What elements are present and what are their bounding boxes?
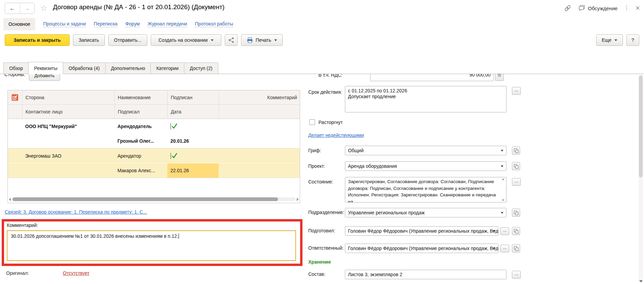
responsible-field[interactable]: Головин Фёдор Фёдорович (Управление реги… xyxy=(345,244,498,253)
col-header-date[interactable]: Дата xyxy=(167,105,219,119)
validity-field[interactable]: с 01.12.2025 по 01.12.2026 Допускает про… xyxy=(345,86,507,112)
combo-caret-icon[interactable] xyxy=(501,165,503,167)
vat-calc-button[interactable] xyxy=(495,74,504,81)
combo-caret-icon[interactable] xyxy=(501,150,503,152)
party-row-lessor[interactable]: ООО НПЦ "Меркурий" Арендодатель Грозный … xyxy=(8,119,300,148)
grif-open-button[interactable] xyxy=(512,146,520,155)
nav-item-forum[interactable]: Форум xyxy=(125,21,140,27)
save-button[interactable]: Записать xyxy=(73,34,105,46)
party-signer-cell[interactable]: Макаров Алекс... xyxy=(114,168,167,173)
share-button[interactable] xyxy=(225,34,238,46)
signed-checkbox[interactable] xyxy=(170,123,171,129)
nav-item-processes[interactable]: Процессы и задачи xyxy=(43,21,86,27)
col-header-name[interactable]: Наименование xyxy=(114,90,167,104)
prepared-field[interactable]: Головин Фёдор Фёдорович (Управление реги… xyxy=(345,226,498,236)
contents-field[interactable]: Листов 3, экземпляров 2 xyxy=(345,270,507,279)
project-open-button[interactable] xyxy=(512,162,520,170)
print-button[interactable]: Печать xyxy=(241,34,283,46)
tab-processing[interactable]: Обработка (4) xyxy=(63,63,106,74)
party-signer-cell[interactable]: Грозный Олег... xyxy=(114,138,167,144)
tab-requisites[interactable]: Реквизиты xyxy=(28,62,63,74)
nav-item-transfer-log[interactable]: Журнал передачи xyxy=(148,21,187,27)
scroll-left-icon[interactable] xyxy=(9,198,11,201)
state-select-button[interactable]: ... xyxy=(512,178,521,186)
party-name-cell[interactable]: Энергомаш ЗАО xyxy=(22,153,114,159)
tab-access[interactable]: Доступ (2) xyxy=(184,63,218,74)
send-button[interactable]: Отправить... xyxy=(108,34,147,46)
annotation-highlight: Комментарий: 30.01.2026 допсоглашением №… xyxy=(2,219,302,266)
scroll-down-icon[interactable] xyxy=(639,280,643,282)
combo-caret-icon[interactable] xyxy=(501,212,503,214)
nav-item-work-protocol[interactable]: Протокол работы xyxy=(195,21,233,27)
vat-field[interactable]: 90 000,00 xyxy=(370,74,494,81)
form-vertical-scrollbar[interactable] xyxy=(639,75,643,283)
discussion-button[interactable]: Обсуждение xyxy=(578,5,618,12)
get-link-icon[interactable] xyxy=(564,4,572,12)
department-open-button[interactable] xyxy=(512,209,520,217)
open-icon xyxy=(515,165,518,168)
more-menu-icon[interactable]: ⋮ xyxy=(624,6,629,11)
tab-additional[interactable]: Дополнительно xyxy=(105,63,151,74)
validity-line1: с 01.12.2025 по 01.12.2026 xyxy=(345,86,506,93)
dropdown-caret-icon xyxy=(274,39,277,41)
scroll-right-icon[interactable] xyxy=(297,198,299,201)
party-role-cell[interactable]: Арендодатель xyxy=(114,124,167,129)
party-role-cell[interactable]: Арендатор xyxy=(114,153,167,159)
prepared-open-button[interactable] xyxy=(512,227,520,235)
relations-link[interactable]: Связей: 3. Договор основание: 1. Перепис… xyxy=(5,209,147,215)
more-actions-button[interactable]: Еще xyxy=(596,34,623,46)
contents-select-button[interactable]: ... xyxy=(512,271,521,279)
prepared-select-button[interactable]: ... xyxy=(500,227,509,235)
state-field[interactable]: Зарегистрирован, Согласование договора: … xyxy=(345,177,507,202)
nav-item-main[interactable]: Основное xyxy=(3,18,35,30)
responsible-select-button[interactable]: ... xyxy=(500,245,509,252)
grif-field[interactable]: Общий xyxy=(345,146,507,155)
terminated-checkbox[interactable] xyxy=(309,119,315,125)
title-bar: ← → ☆ Договор аренды (№ ДА - 26 - 1 от 2… xyxy=(0,0,644,16)
party-signed-cell[interactable] xyxy=(167,124,219,129)
state-scroll-arrows[interactable] xyxy=(501,178,505,201)
party-date-cell[interactable]: 20.01.26 xyxy=(167,138,219,144)
party-row-lessee[interactable]: Энергомаш ЗАО Арендатор Макаров Алекс...… xyxy=(8,148,300,178)
project-field[interactable]: Аренда оборудования xyxy=(345,161,507,171)
col-header-signed[interactable]: Подписан xyxy=(167,90,219,104)
col-header-party[interactable]: Сторона xyxy=(22,90,114,104)
party-date-cell-selected[interactable]: 22.01.26 xyxy=(167,163,219,178)
scrollbar-track[interactable] xyxy=(12,197,296,201)
party-signed-cell[interactable] xyxy=(167,153,219,159)
responsible-open-button[interactable] xyxy=(512,244,520,252)
save-and-close-button[interactable]: Записать и закрыть xyxy=(5,34,70,46)
party-name-cell[interactable]: ООО НПЦ "Меркурий" xyxy=(22,124,114,129)
validity-label: Срок действия: xyxy=(308,89,342,95)
scrollbar-thumb[interactable] xyxy=(13,197,278,201)
favorite-star-icon[interactable]: ☆ xyxy=(40,3,48,13)
form-content: Стороны: Добавить Сторона Наименование П… xyxy=(0,74,644,284)
close-icon[interactable]: × xyxy=(636,5,640,12)
invalidates-link[interactable]: Делает недействующими xyxy=(308,132,364,138)
create-based-on-button[interactable]: Создать на основании xyxy=(151,34,221,46)
add-party-button[interactable]: Добавить xyxy=(29,74,60,81)
original-missing-link[interactable]: Отсутствует xyxy=(63,270,90,276)
col-header-comment[interactable]: Комментарий xyxy=(219,90,300,104)
back-button[interactable]: ← xyxy=(5,3,20,14)
department-field[interactable]: Управление региональных продаж xyxy=(345,208,507,217)
combo-caret-icon[interactable] xyxy=(493,230,495,232)
comment-input[interactable]: 30.01.2026 допсоглашением №1 от 30.01.20… xyxy=(7,230,296,261)
col-header-contact[interactable]: Контактное лицо xyxy=(22,105,114,119)
col-header-signer[interactable]: Подписал xyxy=(114,105,167,119)
scrollbar-thumb[interactable] xyxy=(639,75,643,177)
tab-overview[interactable]: Обзор xyxy=(3,63,29,74)
forward-button[interactable]: → xyxy=(20,3,35,14)
scroll-down-icon[interactable] xyxy=(502,199,504,201)
department-label: Подразделение: xyxy=(308,210,344,215)
table-edit-icon xyxy=(8,94,22,101)
validity-select-button[interactable]: ... xyxy=(512,87,521,95)
scroll-up-icon[interactable] xyxy=(502,178,504,180)
signed-checkbox[interactable] xyxy=(170,153,171,159)
tab-categories[interactable]: Категории xyxy=(150,63,184,74)
combo-caret-icon[interactable] xyxy=(493,248,495,249)
discussion-label: Обсуждение xyxy=(588,5,618,11)
table-horizontal-scrollbar[interactable] xyxy=(9,197,299,202)
help-button[interactable]: ? xyxy=(626,34,639,46)
nav-item-correspondence[interactable]: Переписка xyxy=(94,21,117,27)
